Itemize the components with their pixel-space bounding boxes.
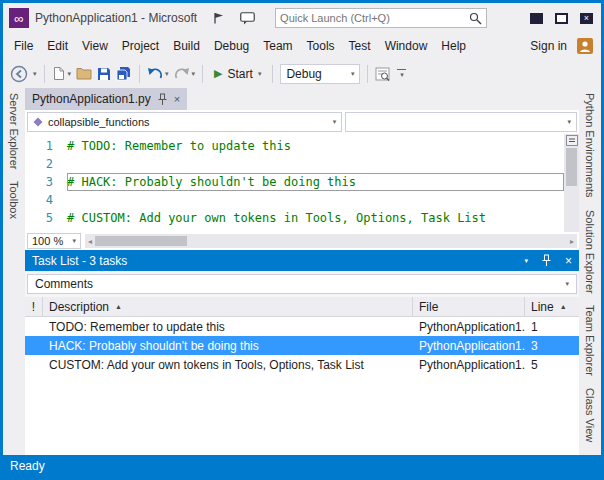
save-icon[interactable] (97, 67, 111, 81)
title-bar: ∞ PythonApplication1 - Microsoft × (3, 3, 601, 33)
sidebar-tab-toolbox[interactable]: Toolbox (8, 181, 20, 219)
scroll-left-icon[interactable]: ◂ (85, 237, 95, 246)
task-filter-dropdown[interactable]: Comments ▾ (27, 274, 577, 294)
menu-item-view[interactable]: View (75, 36, 115, 56)
search-icon[interactable] (469, 12, 482, 25)
new-file-button[interactable]: ▾ (52, 66, 72, 81)
start-debug-button[interactable]: ▶ Start ▾ (210, 65, 265, 83)
open-file-icon[interactable] (76, 67, 92, 80)
member-dropdown[interactable]: ▾ (345, 112, 577, 132)
user-profile-icon[interactable] (577, 38, 593, 54)
task-description-cell: CUSTOM: Add your own tokens in Tools, Op… (43, 358, 413, 372)
code-line: 1 # TODO: Remember to update this (25, 137, 564, 155)
solution-configuration-combo[interactable]: Debug ▾ (280, 64, 360, 84)
feedback-bubble-icon[interactable] (240, 12, 255, 25)
menu-item-project[interactable]: Project (115, 36, 166, 56)
column-header-line[interactable]: Line ▲ (525, 297, 579, 316)
vs-window: ∞ PythonApplication1 - Microsoft × File … (0, 0, 604, 480)
window-title: PythonApplication1 - Microsoft (35, 11, 197, 25)
minimize-button[interactable] (530, 13, 543, 24)
vertical-scrollbar[interactable] (564, 134, 579, 232)
scrollbar-thumb[interactable] (95, 236, 187, 246)
navigate-back-icon[interactable] (10, 65, 28, 83)
description-column-label: Description (49, 300, 109, 314)
task-description-cell: HACK: Probably shouldn't be doing this (43, 339, 413, 353)
menu-item-debug[interactable]: Debug (207, 36, 256, 56)
editor-bottom-bar: 100 % ▾ ◂ ▸ (25, 232, 579, 250)
menu-item-file[interactable]: File (7, 36, 40, 56)
task-filter-label: Comments (35, 277, 93, 291)
maximize-button[interactable] (555, 13, 568, 24)
redo-dropdown-icon[interactable]: ▾ (192, 70, 196, 78)
zoom-dropdown[interactable]: 100 % ▾ (27, 233, 81, 249)
quick-launch-box[interactable] (275, 8, 487, 28)
toolbar-overflow-icon[interactable]: ▾ (397, 69, 406, 79)
task-list-title-bar[interactable]: Task List - 3 tasks ▾ × (25, 250, 579, 271)
sidebar-tab-class-view[interactable]: Class View (584, 388, 596, 442)
column-header-description[interactable]: Description ▲ (43, 297, 413, 316)
scope-dropdown[interactable]: collapsible_functions ▾ (27, 112, 342, 132)
sign-in-button[interactable]: Sign in (522, 36, 575, 56)
menu-item-build[interactable]: Build (166, 36, 207, 56)
task-line-cell: 3 (525, 339, 579, 353)
column-header-priority[interactable]: ! (25, 297, 43, 316)
menu-item-test[interactable]: Test (342, 36, 378, 56)
new-file-dropdown-icon[interactable]: ▾ (68, 70, 72, 78)
toolbar-separator (202, 65, 203, 83)
window-position-dropdown-icon[interactable]: ▾ (524, 257, 528, 265)
visual-studio-logo-icon: ∞ (9, 8, 29, 28)
task-row[interactable]: CUSTOM: Add your own tokens in Tools, Op… (25, 355, 579, 374)
menu-item-window[interactable]: Window (378, 36, 435, 56)
undo-dropdown-icon[interactable]: ▾ (165, 70, 169, 78)
undo-button[interactable]: ▾ (147, 67, 169, 80)
zoom-level-label: 100 % (32, 235, 63, 247)
menu-item-help[interactable]: Help (434, 36, 473, 56)
menu-item-tools[interactable]: Tools (300, 36, 342, 56)
close-icon[interactable]: × (565, 255, 572, 267)
redo-button[interactable]: ▾ (174, 67, 196, 80)
column-header-file[interactable]: File (413, 297, 525, 316)
quick-launch-input[interactable] (280, 12, 469, 24)
start-label: Start (228, 67, 253, 81)
pin-icon[interactable] (158, 93, 167, 106)
window-controls: × (530, 13, 595, 24)
menu-item-edit[interactable]: Edit (40, 36, 75, 56)
toolbar-separator (44, 65, 45, 83)
editor-tab[interactable]: PythonApplication1.py × (25, 88, 187, 110)
scroll-right-icon[interactable]: ▸ (567, 237, 577, 246)
task-line-cell: 5 (525, 358, 579, 372)
menu-item-team[interactable]: Team (256, 36, 299, 56)
toolbar-separator (272, 65, 273, 83)
sidebar-tab-solution-explorer[interactable]: Solution Explorer (584, 210, 596, 294)
task-list-panel: Task List - 3 tasks ▾ × Comments ▾ (25, 250, 579, 455)
code-editor[interactable]: 1 # TODO: Remember to update this 2 3 # … (25, 134, 579, 232)
menu-bar: File Edit View Project Build Debug Team … (3, 33, 601, 59)
line-number: 5 (25, 211, 67, 225)
editor-tab-strip: PythonApplication1.py × (25, 88, 579, 110)
navigate-history-dropdown-icon[interactable]: ▾ (33, 70, 37, 78)
line-number: 1 (25, 139, 67, 153)
close-icon[interactable]: × (174, 94, 180, 105)
task-file-cell: PythonApplication1.py (413, 320, 525, 334)
task-list-filter-row: Comments ▾ (25, 271, 579, 297)
horizontal-scrollbar[interactable]: ◂ ▸ (85, 234, 577, 248)
find-in-files-icon[interactable] (375, 67, 390, 81)
close-button[interactable]: × (580, 13, 593, 24)
toolbar-separator (139, 65, 140, 83)
task-list-empty-area (25, 374, 579, 455)
splitter-grip-icon[interactable] (566, 135, 578, 146)
sidebar-tab-python-environments[interactable]: Python Environments (584, 93, 596, 198)
editor-navigation-bar: collapsible_functions ▾ ▾ (25, 110, 579, 134)
code-surface[interactable]: 1 # TODO: Remember to update this 2 3 # … (25, 134, 564, 232)
sidebar-tab-team-explorer[interactable]: Team Explorer (584, 305, 596, 376)
scrollbar-thumb[interactable] (566, 148, 577, 186)
task-row[interactable]: TODO: Remember to update this PythonAppl… (25, 317, 579, 336)
notifications-flag-icon[interactable] (213, 12, 224, 24)
line-number: 3 (25, 175, 67, 189)
document-area: PythonApplication1.py × collapsible_func… (25, 88, 579, 455)
chevron-down-icon: ▾ (351, 70, 355, 78)
task-row-selected[interactable]: HACK: Probably shouldn't be doing this P… (25, 336, 579, 355)
save-all-icon[interactable] (116, 66, 132, 81)
pin-icon[interactable] (542, 254, 551, 267)
sidebar-tab-server-explorer[interactable]: Server Explorer (8, 93, 20, 169)
